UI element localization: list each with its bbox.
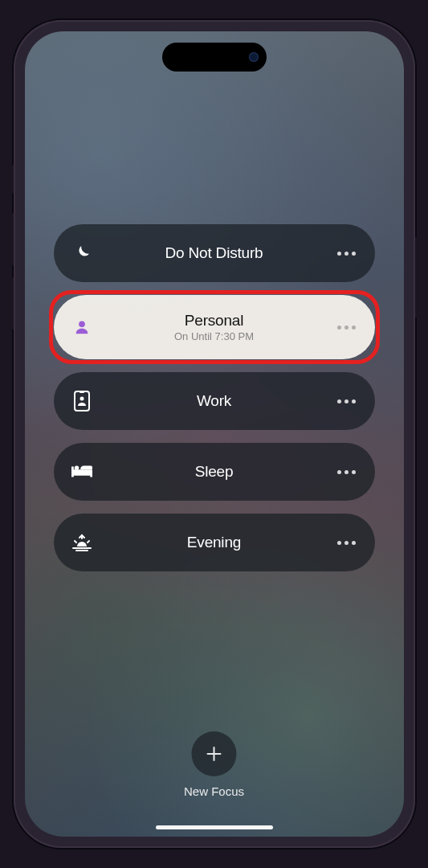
focus-label-wrap: Personal On Until 7:30 PM	[92, 312, 336, 342]
more-button[interactable]	[336, 326, 357, 330]
focus-item-dnd[interactable]: Do Not Disturb	[54, 224, 375, 282]
side-button	[415, 237, 419, 317]
volume-up-button	[10, 213, 14, 265]
svg-rect-1	[75, 391, 89, 411]
focus-label: Sleep	[195, 463, 234, 481]
dynamic-island	[162, 43, 267, 72]
svg-point-0	[79, 321, 85, 327]
focus-item-personal[interactable]: Personal On Until 7:30 PM	[54, 295, 375, 359]
more-button[interactable]	[336, 252, 357, 256]
more-button[interactable]	[336, 470, 357, 474]
focus-label: Do Not Disturb	[165, 244, 263, 262]
sunset-icon	[71, 532, 92, 553]
svg-point-3	[79, 397, 84, 401]
more-button[interactable]	[336, 541, 357, 545]
volume-down-button	[10, 277, 14, 330]
focus-item-evening[interactable]: Evening	[54, 514, 375, 571]
focus-label: Personal	[185, 312, 243, 330]
svg-rect-4	[71, 469, 92, 475]
new-focus-label: New Focus	[184, 784, 244, 798]
new-focus-button[interactable]: New Focus	[184, 731, 244, 798]
svg-point-7	[74, 466, 79, 471]
svg-rect-2	[79, 391, 84, 393]
focus-label-wrap: Do Not Disturb	[92, 244, 336, 262]
home-indicator[interactable]	[156, 825, 273, 829]
focus-label-wrap: Work	[92, 392, 336, 410]
plus-circle	[192, 731, 237, 776]
front-camera	[249, 52, 259, 62]
phone-frame: Do Not Disturb Personal On Until 7:3	[14, 20, 415, 848]
focus-item-work[interactable]: Work	[54, 372, 375, 430]
badge-icon	[71, 391, 92, 411]
svg-rect-5	[71, 467, 74, 477]
focus-list: Do Not Disturb Personal On Until 7:3	[25, 31, 404, 837]
plus-icon	[206, 745, 223, 763]
focus-label: Evening	[187, 534, 241, 551]
screen: Do Not Disturb Personal On Until 7:3	[25, 31, 404, 837]
bed-icon	[71, 461, 92, 482]
focus-label-wrap: Sleep	[92, 463, 336, 481]
focus-label-wrap: Evening	[92, 534, 336, 551]
focus-subtitle: On Until 7:30 PM	[174, 330, 254, 342]
person-icon	[71, 317, 92, 338]
moon-icon	[71, 243, 92, 264]
mute-switch	[10, 165, 14, 193]
focus-label: Work	[197, 392, 231, 410]
more-button[interactable]	[336, 399, 357, 403]
focus-item-sleep[interactable]: Sleep	[54, 443, 375, 501]
